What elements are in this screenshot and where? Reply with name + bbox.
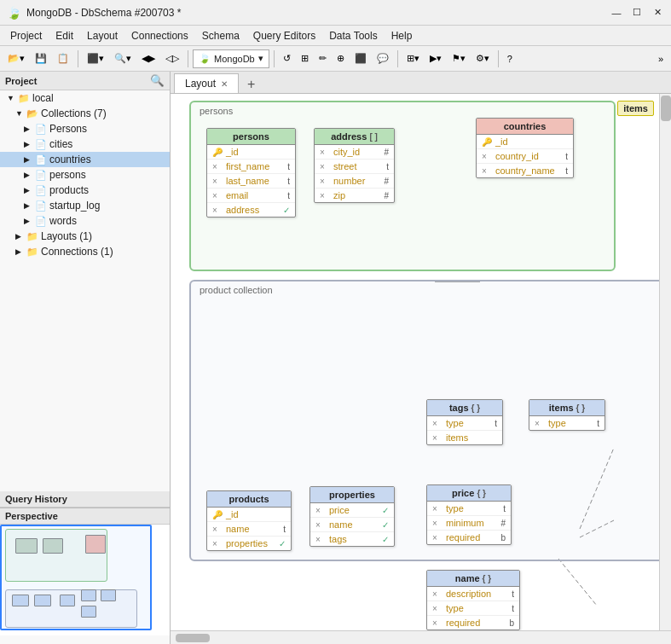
sidebar-item-connections[interactable]: ▶ 📁 Connections (1): [0, 244, 170, 259]
menu-layout[interactable]: Layout: [80, 28, 124, 44]
table-countries[interactable]: countries 🔑 _id × country_id t × country…: [476, 118, 574, 178]
field-icon: ×: [315, 535, 326, 544]
field-icon: ×: [315, 506, 326, 515]
table-header: address [ ]: [315, 129, 394, 145]
horizontal-scrollbar[interactable]: [171, 630, 671, 644]
sidebar-item-layouts[interactable]: ▶ 📁 Layouts (1): [0, 229, 170, 244]
table-persons[interactable]: persons 🔑 _id × first_name t × last_name…: [206, 128, 296, 218]
field-icon: ×: [212, 539, 223, 548]
table-row: 🔑 _id: [207, 145, 295, 160]
field-icon: ×: [320, 148, 330, 157]
diagram-area: Layout ✕ + perso: [171, 72, 671, 644]
sidebar-item-collections[interactable]: ▼ 📂 Collections (7): [0, 106, 170, 121]
toolbar-run[interactable]: ▶▾: [425, 49, 446, 68]
sidebar-item-local[interactable]: ▼ 📁 local: [0, 90, 170, 106]
toolbar-add[interactable]: ⊕: [333, 49, 349, 68]
table-row: × city_id #: [315, 145, 394, 160]
table-row: × country_id t: [477, 149, 573, 164]
table-row: × name ✓: [310, 518, 394, 532]
canvas[interactable]: persons product collection items persons…: [171, 94, 671, 630]
table-row: × description t: [427, 587, 519, 601]
menu-help[interactable]: Help: [385, 28, 419, 44]
query-history-header: Query History: [0, 491, 170, 508]
expand-arrow: ▶: [24, 186, 32, 194]
menu-query-editors[interactable]: Query Editors: [246, 28, 322, 44]
toolbar-nav[interactable]: ◀▶: [137, 49, 159, 68]
toolbar-open[interactable]: 📂▾: [3, 49, 29, 68]
toolbar-view[interactable]: ⬛▾: [83, 49, 108, 68]
maximize-button[interactable]: ☐: [630, 6, 644, 20]
menu-edit[interactable]: Edit: [49, 28, 80, 44]
sidebar-item-products[interactable]: ▶ 📄 products: [0, 183, 170, 198]
sidebar-item-persons-collection[interactable]: ▶ 📄 Persons: [0, 121, 170, 136]
menu-schema[interactable]: Schema: [195, 28, 246, 44]
expand-arrow: ▶: [15, 232, 24, 241]
toolbar-saveas[interactable]: 📋: [53, 49, 73, 68]
perspective-header: Perspective: [0, 508, 170, 525]
table-header: name { }: [427, 571, 519, 587]
table-row: 🔑 _id: [207, 508, 291, 522]
toolbar-settings[interactable]: ⚙▾: [471, 49, 494, 68]
table-price[interactable]: price { } × type t × minimum # × require…: [426, 484, 512, 545]
table-address[interactable]: address [ ] × city_id # × street t × num…: [314, 128, 395, 203]
main-layout: Project 🔍 ▼ 📁 local ▼ 📂 Collections (7) …: [0, 72, 671, 644]
sidebar-item-startup-log[interactable]: ▶ 📄 startup_log: [0, 198, 170, 213]
close-tab-icon[interactable]: ✕: [221, 79, 228, 89]
key-icon: 🔑: [212, 510, 223, 519]
sidebar-header: Project 🔍: [0, 72, 170, 90]
product-collection-label: product collection: [196, 285, 276, 295]
field-icon: ×: [535, 419, 545, 428]
sidebar-item-words[interactable]: ▶ 📄 words: [0, 213, 170, 229]
menu-connections[interactable]: Connections: [124, 28, 195, 44]
toolbar-save[interactable]: 💾: [31, 49, 51, 68]
table-row: × minimum #: [427, 516, 511, 531]
menu-project[interactable]: Project: [3, 28, 49, 44]
table-tags[interactable]: tags { } × type t × items: [426, 399, 503, 445]
close-button[interactable]: ✕: [651, 6, 664, 20]
expand-arrow: ▶: [24, 171, 32, 179]
toolbar-flag[interactable]: ⚑▾: [448, 49, 470, 68]
key-icon: 🔑: [212, 148, 223, 157]
table-items-tags[interactable]: items { } × type t: [529, 399, 605, 431]
toolbar-db-dropdown[interactable]: 🍃 MongoDb ▾: [193, 49, 269, 68]
sidebar-item-cities[interactable]: ▶ 📄 cities: [0, 136, 170, 152]
expand-arrow: ▼: [7, 94, 15, 102]
table-row: × address ✓: [207, 203, 295, 217]
table-products[interactable]: products 🔑 _id × name t × properties ✓: [206, 490, 292, 551]
sidebar-item-persons[interactable]: ▶ 📄 persons: [0, 167, 170, 183]
toolbar-zoom[interactable]: 🔍▾: [110, 49, 136, 68]
table-properties[interactable]: properties × price ✓ × name ✓ × tags ✓: [309, 486, 395, 547]
menu-data-tools[interactable]: Data Tools: [322, 28, 384, 44]
tab-layout[interactable]: Layout ✕: [174, 73, 239, 93]
sidebar-tree: ▼ 📁 local ▼ 📂 Collections (7) ▶ 📄 Person…: [0, 90, 170, 491]
sidebar-search-button[interactable]: 🔍: [150, 74, 165, 87]
items-badge: items: [617, 101, 654, 116]
toolbar-table[interactable]: ⊞▾: [402, 49, 424, 68]
table-row: × type t: [427, 601, 519, 616]
expand-arrow: ▶: [24, 201, 32, 210]
vertical-scrollbar[interactable]: [659, 94, 671, 630]
field-icon: ×: [432, 604, 443, 613]
table-name[interactable]: name { } × description t × type t × requ…: [426, 570, 520, 630]
minimize-button[interactable]: —: [610, 6, 623, 20]
table-row: × type t: [427, 502, 511, 516]
sidebar-item-countries[interactable]: ▶ 📄 countries: [0, 152, 170, 167]
titlebar: 🍃 MongoDB - DbSchema #200703 * — ☐ ✕: [0, 0, 671, 26]
add-tab-button[interactable]: +: [240, 76, 262, 93]
toolbar-import[interactable]: ⬛: [350, 49, 371, 68]
table-header: properties: [310, 487, 394, 503]
expand-arrow: ▶: [24, 155, 32, 164]
toolbar-edit[interactable]: ✏: [315, 49, 331, 68]
field-icon: ×: [482, 166, 492, 176]
perspective-canvas[interactable]: [0, 525, 170, 635]
table-header: countries: [477, 119, 573, 135]
table-row: × tags ✓: [310, 532, 394, 546]
toolbar-more[interactable]: »: [654, 49, 668, 68]
toolbar-refresh[interactable]: ↺: [279, 49, 295, 68]
toolbar-grid[interactable]: ⊞: [297, 49, 313, 68]
table-row: × type t: [427, 416, 502, 431]
toolbar-nav2[interactable]: ◁▷: [161, 49, 183, 68]
toolbar-query[interactable]: 💬: [373, 49, 393, 68]
expand-arrow: ▶: [24, 140, 32, 148]
toolbar-help[interactable]: ?: [503, 49, 517, 68]
